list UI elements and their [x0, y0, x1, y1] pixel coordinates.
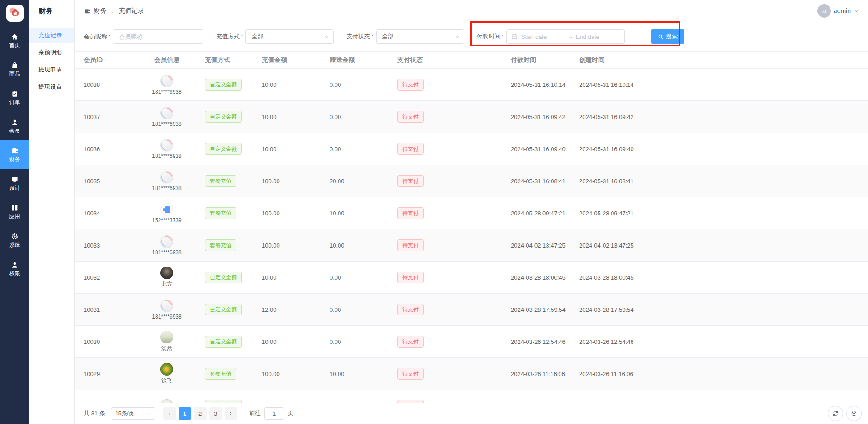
col-pay-time: 付款时间 [511, 56, 579, 64]
member-id: 10034 [84, 210, 129, 217]
member-id: 10035 [84, 178, 129, 185]
sidebar-item-apps[interactable]: 应用 [0, 197, 29, 226]
table-row: 10033 181****6938 套餐充值 100.00 10.00 待支付 … [75, 229, 868, 262]
recharge-amount: 10.00 [262, 146, 330, 152]
calendar-icon [511, 33, 518, 40]
recharge-type-tag: 自定义金额 [205, 304, 242, 315]
recharge-amount: 100.00 [262, 242, 330, 249]
primary-nav: 首页 商品 订单 会员 财务 设计 应用 [0, 26, 29, 283]
pay-status-select[interactable]: 全部 [376, 29, 464, 44]
recharge-amount: 10.00 [262, 114, 330, 120]
page-button-1[interactable]: 1 [179, 407, 191, 420]
member-avatar [160, 331, 173, 343]
prev-page-button[interactable] [163, 407, 176, 420]
monitor-icon [11, 176, 19, 183]
menu-item-recharge-records[interactable]: 充值记录 [29, 28, 74, 43]
sidebar-item-members[interactable]: 会员 [0, 112, 29, 140]
menu-item-withdrawal-requests[interactable]: 提现申请 [29, 62, 74, 77]
recharge-type-tag: 套餐充值 [205, 239, 236, 251]
nickname-input[interactable] [113, 29, 203, 44]
user-menu[interactable]: a admin [817, 4, 859, 18]
pay-status-tag: 待支付 [397, 207, 424, 219]
app-logo[interactable]: 省 [0, 0, 29, 26]
sidebar-item-finance[interactable]: 财务 [0, 140, 29, 169]
pay-time: 2024-03-26 12:54:46 [511, 338, 579, 345]
create-time: 2024-03-28 17:59:54 [579, 306, 868, 313]
chevron-down-icon [455, 34, 460, 39]
member-id: 10037 [84, 114, 129, 120]
member-nickname: 181****6938 [152, 89, 181, 95]
col-recharge-type: 充值方式 [205, 56, 262, 64]
sidebar-item-home[interactable]: 首页 [0, 26, 29, 55]
sidebar-item-system[interactable]: 系统 [0, 226, 29, 254]
page-buttons: 123 [179, 407, 222, 420]
recharge-type-tag: 自定义金额 [205, 143, 242, 155]
recharge-type-label: 充值方式 : [216, 33, 243, 41]
member-avatar [160, 75, 173, 87]
goto-suffix: 页 [288, 410, 294, 418]
member-info-cell: 181****6938 [129, 300, 205, 320]
pay-time: 2024-03-26 11:16:06 [511, 371, 579, 377]
pay-status-label: 支付状态 : [346, 33, 373, 41]
sidebar-item-orders[interactable]: 订单 [0, 83, 29, 112]
pay-time: 2024-03-28 18:00:45 [511, 274, 579, 281]
member-info-cell: 181****6938 [129, 171, 205, 191]
pay-status-tag: 待支付 [397, 111, 424, 123]
member-nickname: 徐飞 [161, 377, 172, 385]
gear-icon [850, 410, 858, 417]
bonus-amount: 20.00 [330, 178, 397, 185]
table-row: 10037 181****6938 自定义金额 10.00 0.00 待支付 2… [75, 101, 868, 133]
menu-item-withdrawal-settings[interactable]: 提现设置 [29, 79, 74, 95]
pay-time-range-picker[interactable]: Start date ~ End date [506, 29, 625, 44]
primary-sidebar: 省 首页 商品 订单 会员 财务 设计 [0, 0, 29, 424]
table-row: 10029 徐飞 套餐充值 100.00 10.00 待支付 2024-03-2… [75, 358, 868, 390]
bonus-amount: 0.00 [330, 306, 397, 313]
bonus-amount: 0.00 [330, 274, 397, 281]
table-row: 自定义金额 待支付 [75, 390, 868, 403]
member-info-cell: 北方 [129, 267, 205, 288]
table-row: 10038 181****6938 自定义金额 10.00 0.00 待支付 2… [75, 69, 868, 101]
recharge-amount: 100.00 [262, 210, 330, 217]
recharge-type-tag: 套餐充值 [205, 368, 236, 380]
page-button-3[interactable]: 3 [209, 407, 222, 420]
page-size-select[interactable]: 15条/页 [111, 407, 155, 420]
member-info-cell: 徐飞 [129, 363, 205, 385]
sidebar-item-design[interactable]: 设计 [0, 169, 29, 197]
table-row: 10036 181****6938 自定义金额 10.00 0.00 待支付 2… [75, 133, 868, 165]
recharge-type-select[interactable]: 全部 [245, 29, 334, 44]
recharge-amount: 10.00 [262, 274, 330, 281]
nickname-label: 会员昵称 : [84, 33, 110, 41]
refresh-icon [832, 410, 839, 417]
chevron-left-icon [167, 411, 172, 416]
pay-status-tag: 待支付 [397, 79, 424, 91]
breadcrumb-root[interactable]: 财务 [94, 7, 107, 15]
page-button-2[interactable]: 2 [194, 407, 207, 420]
refresh-button[interactable] [828, 406, 843, 421]
pay-time: 2024-05-31 16:08:41 [511, 178, 579, 185]
goto-label: 前往 [249, 410, 261, 418]
menu-item-balance-details[interactable]: 余额明细 [29, 45, 74, 60]
recharge-type-tag: 自定义金额 [205, 336, 242, 348]
search-button[interactable]: 搜索 [651, 29, 684, 44]
member-info-cell: 181****6938 [129, 75, 205, 95]
recharge-amount: 10.00 [262, 338, 330, 345]
recharge-amount: 100.00 [262, 178, 330, 185]
create-time: 2024-03-26 11:16:06 [579, 371, 868, 377]
create-time: 2024-05-28 09:47:21 [579, 210, 868, 217]
member-avatar [160, 139, 173, 152]
member-info-cell: 181****6938 [129, 139, 205, 159]
chevron-right-icon [110, 9, 115, 14]
pay-time-label: 付款时间 : [477, 33, 504, 41]
sidebar-item-permissions[interactable]: 权限 [0, 254, 29, 283]
avatar: a [817, 4, 831, 18]
member-nickname: 181****6938 [152, 121, 181, 127]
settings-button[interactable] [846, 406, 862, 421]
next-page-button[interactable] [225, 407, 237, 420]
sidebar-item-products[interactable]: 商品 [0, 55, 29, 83]
filter-bar: 会员昵称 : 充值方式 : 全部 支付状态 : 全部 付款时间 : [75, 22, 868, 51]
member-avatar [160, 399, 173, 403]
member-id: 10038 [84, 81, 129, 88]
recharge-type-tag: 自定义金额 [205, 79, 242, 91]
recharge-type-tag: 自定义金额 [205, 111, 242, 123]
goto-page-input[interactable] [264, 407, 284, 420]
